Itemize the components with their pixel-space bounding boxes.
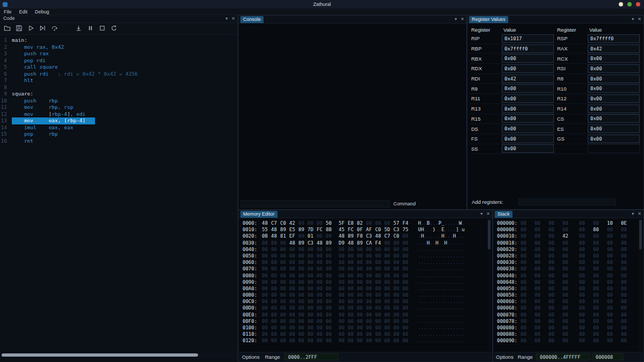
memory-byte[interactable]: 00 (393, 324, 402, 331)
memory-byte[interactable]: 00 (366, 298, 375, 305)
memory-byte[interactable]: 00 (402, 240, 412, 246)
panel-menu-icon[interactable]: ▾ (632, 17, 634, 22)
stack-scrollbar[interactable] (639, 219, 642, 351)
stack-byte[interactable]: 00 (607, 233, 621, 239)
close-button[interactable] (636, 2, 640, 6)
stack-byte[interactable]: 10 (607, 220, 621, 226)
memory-editor-tab[interactable]: Memory Editor (240, 211, 277, 218)
memory-byte[interactable]: 00 (326, 298, 335, 305)
stack-byte[interactable]: 00 (621, 265, 635, 272)
stack-byte[interactable]: 00 (579, 240, 593, 246)
memory-byte[interactable]: 00 (326, 259, 335, 265)
memory-byte[interactable]: 00 (384, 324, 393, 331)
stack-byte[interactable]: 00 (593, 324, 607, 331)
memory-byte[interactable]: 00 (402, 312, 412, 318)
memory-byte[interactable]: 00 (271, 285, 280, 292)
memory-byte[interactable]: C0 (393, 233, 402, 239)
register-value-field[interactable]: 0x00 (502, 124, 554, 133)
memory-byte[interactable]: 00 (271, 312, 280, 318)
memory-byte[interactable]: 89 (298, 226, 308, 233)
memory-byte[interactable]: FC (317, 226, 326, 233)
memory-byte[interactable]: 00 (317, 292, 326, 298)
memory-range-input[interactable]: 0000..2FFF (284, 353, 338, 360)
stack-byte[interactable]: 00 (607, 265, 621, 272)
memory-byte[interactable]: 00 (289, 259, 298, 265)
memory-byte[interactable]: 00 (366, 292, 375, 298)
memory-byte[interactable]: 55 (262, 226, 271, 233)
memory-byte[interactable]: 00 (357, 305, 366, 311)
register-value-field[interactable]: 0x00 (588, 105, 640, 113)
stack-byte[interactable]: 00 (593, 292, 607, 298)
panel-close-icon[interactable]: ✕ (486, 211, 490, 217)
step-over-button[interactable] (50, 24, 59, 33)
memory-byte[interactable]: 00 (262, 331, 271, 337)
stack-byte[interactable]: 00 (562, 285, 576, 292)
memory-byte[interactable]: 00 (348, 337, 357, 344)
stack-byte[interactable]: 00 (548, 233, 562, 239)
memory-byte[interactable]: 00 (384, 298, 393, 305)
memory-byte[interactable]: 00 (262, 318, 271, 324)
memory-byte[interactable]: 00 (298, 285, 308, 292)
panel-close-icon[interactable]: ✕ (460, 17, 464, 22)
code-line[interactable]: 9square: (0, 91, 237, 98)
memory-byte[interactable]: 00 (366, 331, 375, 337)
stack-byte[interactable]: 00 (548, 285, 562, 292)
memory-byte[interactable]: 00 (326, 305, 335, 311)
memory-byte[interactable]: 00 (366, 220, 375, 226)
memory-byte[interactable]: 00 (348, 253, 357, 259)
memory-byte[interactable]: 00 (375, 318, 384, 324)
memory-byte[interactable]: 00 (280, 324, 289, 331)
memory-byte[interactable]: 81 (280, 233, 289, 239)
stack-byte[interactable]: 00 (535, 246, 548, 253)
memory-byte[interactable]: 00 (308, 292, 317, 298)
stack-byte[interactable]: 00 (593, 331, 607, 337)
stack-byte[interactable]: 00 (579, 265, 593, 272)
minimize-button[interactable] (619, 2, 623, 6)
stack-byte[interactable]: 00 (548, 331, 562, 337)
stack-byte[interactable]: 00 (521, 292, 535, 298)
stack-byte[interactable]: 00 (521, 324, 535, 331)
stack-byte[interactable]: 00 (548, 272, 562, 279)
memory-byte[interactable]: 00 (348, 305, 357, 311)
memory-byte[interactable]: 00 (262, 292, 271, 298)
stack-byte[interactable]: 00 (579, 279, 593, 285)
memory-byte[interactable]: 00 (366, 312, 375, 318)
memory-byte[interactable]: 00 (271, 298, 280, 305)
memory-byte[interactable]: 00 (298, 246, 308, 253)
memory-byte[interactable]: 00 (393, 265, 402, 272)
stack-byte[interactable]: 00 (562, 259, 576, 265)
memory-byte[interactable]: 00 (271, 265, 280, 272)
stack-byte[interactable]: 00 (593, 240, 607, 246)
memory-byte[interactable]: 00 (289, 324, 298, 331)
code-line[interactable]: 14 imul eax, eax (0, 124, 237, 131)
memory-byte[interactable]: 00 (262, 298, 271, 305)
stack-byte[interactable]: 00 (535, 292, 548, 298)
stack-byte[interactable]: 00 (562, 337, 576, 344)
memory-byte[interactable]: 00 (339, 324, 348, 331)
memory-byte[interactable]: EF (289, 233, 298, 239)
memory-byte[interactable]: D9 (339, 240, 348, 246)
memory-byte[interactable]: 00 (339, 337, 348, 344)
memory-byte[interactable]: 00 (326, 312, 335, 318)
stack-byte[interactable]: 00 (521, 305, 535, 311)
panel-menu-icon[interactable]: ▾ (225, 16, 228, 21)
memory-byte[interactable]: 00 (366, 337, 375, 344)
memory-byte[interactable]: 00 (402, 305, 412, 311)
memory-byte[interactable]: 00 (317, 253, 326, 259)
memory-byte[interactable]: 50 (326, 220, 335, 226)
memory-byte[interactable]: 00 (402, 318, 412, 324)
memory-byte[interactable]: 00 (357, 259, 366, 265)
memory-byte[interactable]: 00 (308, 246, 317, 253)
memory-byte[interactable]: 00 (289, 246, 298, 253)
memory-byte[interactable]: 00 (326, 292, 335, 298)
stack-byte[interactable]: 00 (562, 305, 576, 311)
stack-byte[interactable]: 00 (535, 253, 548, 259)
memory-byte[interactable]: 00 (317, 312, 326, 318)
memory-byte[interactable]: 00 (271, 305, 280, 311)
memory-byte[interactable]: 00 (375, 324, 384, 331)
stack-byte[interactable]: 00 (521, 285, 535, 292)
memory-byte[interactable]: 00 (348, 312, 357, 318)
stack-byte[interactable]: 00 (593, 259, 607, 265)
memory-byte[interactable]: 00 (357, 265, 366, 272)
memory-byte[interactable]: 00 (298, 298, 308, 305)
